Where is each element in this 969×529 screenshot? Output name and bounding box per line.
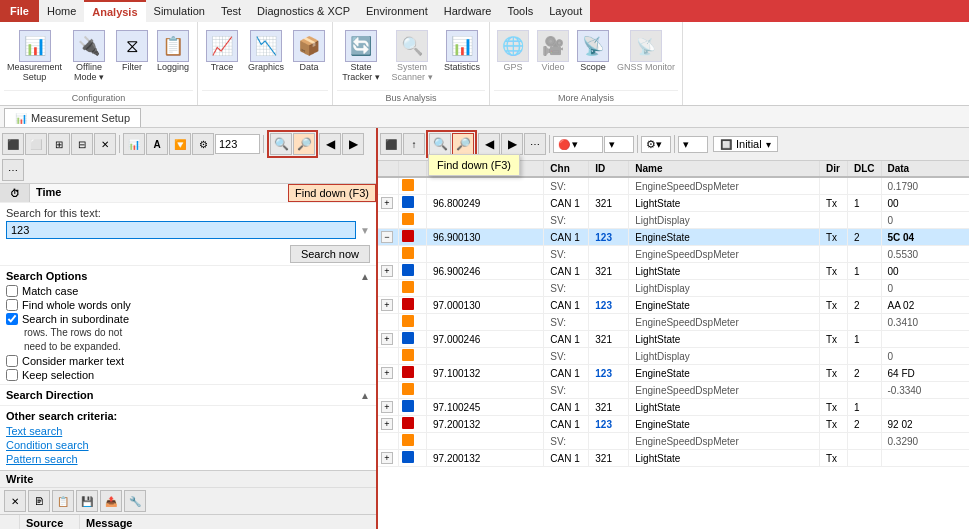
table-row[interactable]: + 96.800249 CAN 1 321 LightState Tx 1 00 — [378, 195, 969, 212]
home-menu[interactable]: Home — [39, 0, 84, 22]
row-expand-cell[interactable]: + — [378, 450, 399, 467]
trace-search-btn-2[interactable]: 🔎 — [452, 133, 474, 155]
expand-btn[interactable]: + — [381, 333, 393, 345]
write-btn-2[interactable]: 🖹 — [28, 490, 50, 512]
subordinate-checkbox[interactable] — [6, 313, 18, 325]
expand-btn[interactable]: + — [381, 265, 393, 277]
tools-menu[interactable]: Tools — [499, 0, 541, 22]
system-scanner-button[interactable]: 🔍 SystemScanner ▾ — [387, 28, 437, 84]
pattern-search-link[interactable]: Pattern search — [6, 452, 370, 466]
file-menu[interactable]: File — [0, 0, 39, 22]
row-expand-cell[interactable]: + — [378, 365, 399, 382]
filter-button[interactable]: ⧖ Filter — [113, 28, 151, 74]
trace-dropdown-4[interactable]: ▾ — [678, 136, 708, 153]
search-text-input[interactable] — [6, 221, 356, 239]
table-row[interactable]: − 96.900130 CAN 1 123 EngineState Tx 2 5… — [378, 229, 969, 246]
expand-btn[interactable]: − — [381, 231, 393, 243]
trace-dropdown-2[interactable]: ▾ — [604, 136, 634, 153]
test-menu[interactable]: Test — [213, 0, 249, 22]
environment-menu[interactable]: Environment — [358, 0, 436, 22]
trace-button[interactable]: 📈 Trace — [202, 28, 242, 74]
layout-menu[interactable]: Layout — [541, 0, 590, 22]
row-expand-cell[interactable] — [378, 246, 399, 263]
resize-handle[interactable]: ▼ — [360, 225, 370, 236]
trace-tb-back[interactable]: ◀ — [478, 133, 500, 155]
trace-search-btn-1[interactable]: 🔍 — [429, 133, 451, 155]
expand-btn[interactable]: + — [381, 367, 393, 379]
toolbar-extra-btn[interactable]: ⋯ — [2, 159, 24, 181]
whole-words-checkbox[interactable] — [6, 299, 18, 311]
match-case-checkbox[interactable] — [6, 285, 18, 297]
marker-checkbox[interactable] — [6, 355, 18, 367]
write-btn-3[interactable]: 📋 — [52, 490, 74, 512]
table-row[interactable]: SV: EngineSpeedDspMeter -0.3340 — [378, 382, 969, 399]
row-expand-cell[interactable] — [378, 348, 399, 365]
write-btn-5[interactable]: 📤 — [100, 490, 122, 512]
trace-dropdown-1[interactable]: 🔴▾ — [553, 136, 603, 153]
table-row[interactable]: SV: EngineSpeedDspMeter 0.1790 — [378, 177, 969, 195]
table-row[interactable]: SV: LightDisplay 0 — [378, 212, 969, 229]
hardware-menu[interactable]: Hardware — [436, 0, 500, 22]
expand-btn[interactable]: + — [381, 418, 393, 430]
trace-tb-extra[interactable]: ⋯ — [524, 133, 546, 155]
toolbar-btn-4[interactable]: ⊟ — [71, 133, 93, 155]
search-icon-btn-2[interactable]: 🔎 — [293, 133, 315, 155]
statistics-button[interactable]: 📊 Statistics — [439, 28, 485, 74]
toolbar-chart-btn[interactable]: 📊 — [123, 133, 145, 155]
table-row[interactable]: + 97.000246 CAN 1 321 LightState Tx 1 — [378, 331, 969, 348]
table-row[interactable]: + 97.200132 CAN 1 321 LightState Tx — [378, 450, 969, 467]
toolbar-filter-btn[interactable]: 🔽 — [169, 133, 191, 155]
table-row[interactable]: + 97.100245 CAN 1 321 LightState Tx 1 — [378, 399, 969, 416]
data-button[interactable]: 📦 Data — [290, 28, 328, 74]
expand-btn[interactable]: + — [381, 401, 393, 413]
graphics-button[interactable]: 📉 Graphics — [244, 28, 288, 74]
row-expand-cell[interactable] — [378, 177, 399, 195]
table-row[interactable]: SV: EngineSpeedDspMeter 0.5530 — [378, 246, 969, 263]
condition-search-link[interactable]: Condition search — [6, 438, 370, 452]
initial-dropdown[interactable]: 🔲 Initial ▾ — [713, 136, 778, 152]
gps-button[interactable]: 🌐 GPS — [494, 28, 532, 74]
diagnostics-menu[interactable]: Diagnostics & XCP — [249, 0, 358, 22]
scope-button[interactable]: 📡 Scope — [574, 28, 612, 74]
trace-tb-btn-2[interactable]: ↑ — [403, 133, 425, 155]
row-expand-cell[interactable] — [378, 314, 399, 331]
find-down-btn[interactable]: Find down (F3) — [288, 184, 376, 202]
gnss-monitor-button[interactable]: 📡 GNSS Monitor — [614, 28, 678, 74]
write-btn-1[interactable]: ✕ — [4, 490, 26, 512]
measurement-setup-button[interactable]: 📊 MeasurementSetup — [4, 28, 65, 84]
table-row[interactable]: SV: EngineSpeedDspMeter 0.3410 — [378, 314, 969, 331]
row-expand-cell[interactable] — [378, 382, 399, 399]
row-expand-cell[interactable]: + — [378, 331, 399, 348]
row-expand-cell[interactable]: + — [378, 416, 399, 433]
toolbar-text-btn[interactable]: A — [146, 133, 168, 155]
row-expand-cell[interactable] — [378, 280, 399, 297]
logging-button[interactable]: 📋 Logging — [153, 28, 193, 74]
toolbar-btn-5[interactable]: ✕ — [94, 133, 116, 155]
row-expand-cell[interactable]: − — [378, 229, 399, 246]
row-expand-cell[interactable] — [378, 212, 399, 229]
toolbar-fwd-btn[interactable]: ▶ — [342, 133, 364, 155]
analysis-menu[interactable]: Analysis — [84, 0, 145, 22]
expand-btn[interactable]: + — [381, 197, 393, 209]
table-row[interactable]: + 97.100132 CAN 1 123 EngineState Tx 2 6… — [378, 365, 969, 382]
expand-btn[interactable]: + — [381, 299, 393, 311]
row-expand-cell[interactable]: + — [378, 263, 399, 280]
options-collapse-arrow[interactable]: ▲ — [360, 271, 370, 282]
toolbar-btn-2[interactable]: ⬜ — [25, 133, 47, 155]
row-expand-cell[interactable]: + — [378, 195, 399, 212]
text-search-link[interactable]: Text search — [6, 424, 370, 438]
trace-tb-fwd[interactable]: ▶ — [501, 133, 523, 155]
expand-btn[interactable]: + — [381, 452, 393, 464]
table-row[interactable]: + 97.200132 CAN 1 123 EngineState Tx 2 9… — [378, 416, 969, 433]
keep-selection-checkbox[interactable] — [6, 369, 18, 381]
search-icon-btn-1[interactable]: 🔍 — [270, 133, 292, 155]
simulation-menu[interactable]: Simulation — [146, 0, 213, 22]
measurement-setup-tab[interactable]: 📊 Measurement Setup — [4, 108, 141, 127]
table-row[interactable]: + 96.900246 CAN 1 321 LightState Tx 1 00 — [378, 263, 969, 280]
row-expand-cell[interactable] — [378, 433, 399, 450]
search-quick-input[interactable] — [215, 134, 260, 154]
table-row[interactable]: SV: LightDisplay 0 — [378, 280, 969, 297]
row-expand-cell[interactable]: + — [378, 297, 399, 314]
state-tracker-button[interactable]: 🔄 StateTracker ▾ — [337, 28, 385, 84]
write-btn-6[interactable]: 🔧 — [124, 490, 146, 512]
